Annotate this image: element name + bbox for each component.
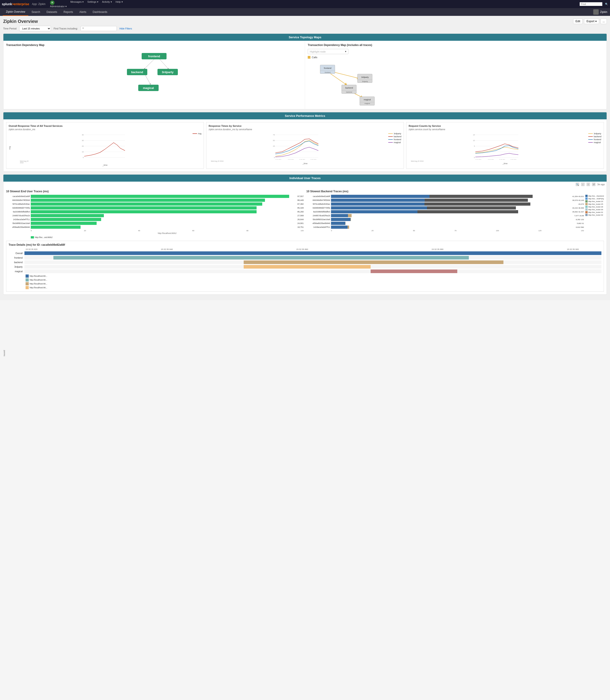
topology-svg: frontend backend 3rdparty magical xyxy=(118,49,190,99)
backend-row-5: 6a3338b5bfbddfe3 35,692 42,437 xyxy=(306,210,584,213)
time-4: 15:32:35 880 xyxy=(432,248,444,250)
trace-val-6: 27,569 xyxy=(297,215,304,217)
download-icon[interactable]: ↓ xyxy=(581,183,585,186)
trace-detail-backend: backend xyxy=(9,261,601,264)
find-input[interactable] xyxy=(580,2,602,6)
b-legend-label-3: http://loc_inuter:23 xyxy=(588,200,603,202)
legend-3rdparty: 3rdparty xyxy=(388,133,401,135)
nav-settings[interactable]: Settings ▾ xyxy=(87,0,98,8)
b-legend-color-8 xyxy=(585,214,588,216)
svg-text:20: 20 xyxy=(82,145,84,147)
trace-bar-9 xyxy=(31,225,81,229)
b-legend-3: http://loc_inuter:23 xyxy=(585,200,604,202)
trace-detail-3rdparty: 3rdparty xyxy=(9,265,601,268)
splunk-logo[interactable]: splunk>enterprise xyxy=(2,2,29,6)
legend3-frontend-color xyxy=(588,139,593,140)
hide-filters-link[interactable]: Hide Filters xyxy=(119,27,132,30)
app-name[interactable]: App: Zipkin xyxy=(32,2,46,6)
nav-zipkin-overview[interactable]: Zipkin Overview xyxy=(3,8,28,16)
info-icon[interactable]: i xyxy=(587,183,590,186)
topo-right: Transaction Dependency Map (includes all… xyxy=(305,41,607,109)
backend-val-4: 40,242 36,996 xyxy=(572,207,584,209)
trace-row: caca0eb08e82a68f 97,557 xyxy=(6,195,304,198)
backend-row-4: 0eb9b988dd7705fa 40,242 36,996 xyxy=(306,206,584,209)
end-legend-label: http://loc...ost:8081/ xyxy=(35,236,53,238)
trace-label-overall: Overall xyxy=(9,252,25,254)
legend3-backend: backend xyxy=(588,136,601,138)
svg-text:3:18 PM: 3:18 PM xyxy=(476,159,481,160)
nav-datasets[interactable]: Datasets xyxy=(43,8,60,16)
export-button[interactable]: Export ▾ xyxy=(584,19,599,24)
chart1-x-year: 2018 xyxy=(13,162,192,164)
td-label-1: http://localhost:80... xyxy=(30,275,47,277)
b-bar-4b xyxy=(427,206,516,209)
svg-text:frontend: frontend xyxy=(325,72,331,73)
slowest-backend-traces: 10 Slowest Backend Traces (ms) caca0eb08… xyxy=(306,190,604,238)
nav-dashboards[interactable]: Dashboards xyxy=(90,8,110,16)
legend3-magical-color xyxy=(588,142,593,143)
find-traces-input[interactable] xyxy=(81,26,117,31)
svg-text:backend: backend xyxy=(346,91,352,93)
b-legend-label-6: http://loc_inuter:30 xyxy=(588,208,603,211)
svg-text:magical: magical xyxy=(365,103,370,104)
backend-id-6: 244857dca92f4a1b xyxy=(306,215,330,217)
trace-bar-magical xyxy=(371,269,457,273)
more-button[interactable]: ... xyxy=(600,19,607,24)
nav-reports[interactable]: Reports xyxy=(60,8,76,16)
td-label-3: http://localhost:90... xyxy=(30,283,47,285)
nav-search[interactable]: Search xyxy=(28,8,43,16)
trace-bar-wrap-magical xyxy=(25,269,601,273)
trace-val-5: 85,260 xyxy=(297,211,304,213)
topology-grid: Transaction Dependency Map xyxy=(3,41,607,109)
trace-bar-8 xyxy=(31,222,97,225)
legend-3rdparty-color xyxy=(388,134,393,134)
legend-frontend-color xyxy=(388,139,393,140)
trace-bar-wrap-3rdparty xyxy=(25,265,601,268)
chart1-legend: Avg xyxy=(193,133,202,164)
trace-bar-7 xyxy=(31,218,101,221)
trace-id-6: 244857dca92f4a1b xyxy=(6,215,30,217)
end-legend-color xyxy=(31,236,34,238)
td-color-4 xyxy=(26,286,29,289)
topo-all-traces-svg: frontend frontend 3rdparty 3rdparty back… xyxy=(308,61,398,106)
nav-help[interactable]: Help ▾ xyxy=(116,0,123,8)
b-legend-color-4 xyxy=(585,203,588,205)
backend-row-3: fd70c4d8a54530ac 43,079 xyxy=(306,202,584,206)
b-bar-7b xyxy=(351,218,351,221)
end-x-axis: 020406080100 xyxy=(6,230,304,232)
svg-text:0: 0 xyxy=(83,156,84,158)
backend-row-1: caca0eb08e82a68f 41,354 43,021 xyxy=(306,195,584,198)
charts-grid: Overall Response Time of All Traced Serv… xyxy=(6,122,604,169)
backend-val-7: 8,352 153 xyxy=(576,219,584,221)
legend3-3rdparty-label: 3rdparty xyxy=(594,133,601,135)
svg-text:3:26 PM: 3:26 PM xyxy=(299,159,305,160)
search-icon[interactable]: 🔍 xyxy=(605,3,608,6)
time-3: 15:32:35 860 xyxy=(296,248,308,250)
highlight-node-label: Highlight node xyxy=(310,50,325,53)
chart3-legend: 3rdparty backend frontend xyxy=(588,133,601,162)
b-bar-9a xyxy=(331,225,348,229)
page-header: Zipkin Overview Edit Export ▾ ... xyxy=(3,19,607,24)
nav-alerts[interactable]: Alerts xyxy=(76,8,90,16)
backend-bar-wrap-5 xyxy=(331,210,571,213)
time-period-select[interactable]: Last 15 minutes xyxy=(19,26,51,31)
trace-bar-wrap-frontend xyxy=(25,256,601,260)
top-navbar: splunk>enterprise App: Zipkin H Administ… xyxy=(0,0,610,8)
refresh-icon[interactable]: ↺ xyxy=(592,183,595,186)
trace-row: 142daca3a0ef7f11 26,644 xyxy=(6,218,304,221)
zoom-icon[interactable]: 🔍 xyxy=(576,183,579,186)
backend-bar-wrap-7 xyxy=(331,218,575,221)
nav-messages[interactable]: Messages ▾ xyxy=(70,0,84,8)
highlight-node-dropdown[interactable]: Highlight node ▾ xyxy=(308,49,349,54)
topo-right-title: Transaction Dependency Map (includes all… xyxy=(308,44,604,47)
svg-line-2 xyxy=(145,75,151,85)
nav-administrator[interactable]: H Administrator ▾ xyxy=(50,0,67,8)
td-legend-4: http://localhost:90... xyxy=(26,286,601,289)
chart1-x-title: _time xyxy=(9,164,202,166)
backend-legend: http://loc.../backend http://loc.../3rdP… xyxy=(585,195,604,232)
nav-activity[interactable]: Activity ▾ xyxy=(102,0,112,8)
edit-button[interactable]: Edit xyxy=(573,19,583,24)
traces-grid: 10 Slowest End User Traces (ms) caca0eb0… xyxy=(6,190,604,238)
trace-details-section: Trace Details (ms) for ID: caca0eb08e82a… xyxy=(6,241,604,292)
backend-bar-wrap-6 xyxy=(331,214,573,217)
